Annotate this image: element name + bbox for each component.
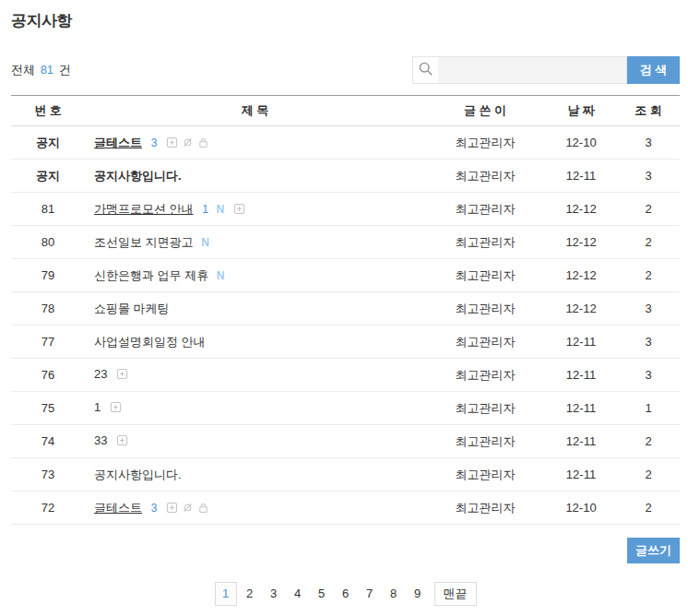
- row-author: 최고관리자: [425, 226, 545, 259]
- post-title-link[interactable]: 1: [94, 400, 101, 414]
- new-badge: N: [217, 203, 225, 216]
- post-title-link[interactable]: 조선일보 지면광고: [94, 235, 194, 249]
- total-count-label: 전체 81 건: [11, 62, 71, 78]
- row-views: 3: [617, 126, 680, 160]
- post-title-link[interactable]: 사업설명회일정 안내: [94, 335, 206, 349]
- page-title: 공지사항: [11, 10, 680, 31]
- row-title-cell: 글테스트 3: [85, 492, 425, 525]
- col-header-date: 날 짜: [545, 96, 617, 126]
- notice-board-page: 공지사항 전체 81 건 검 색 번 호 제 목 글 쓴 이 날 짜 조 회: [0, 0, 688, 606]
- row-title-cell: 조선일보 지면광고 N: [85, 226, 425, 259]
- row-number: 77: [11, 326, 85, 359]
- search-bar: 검 색: [412, 56, 680, 84]
- write-button[interactable]: 글쓰기: [627, 538, 680, 563]
- pagination-page[interactable]: 4: [287, 582, 309, 606]
- row-number: 72: [11, 492, 85, 525]
- post-title-link[interactable]: 글테스트: [94, 501, 142, 515]
- row-title-cell: 23: [85, 359, 425, 392]
- file-attach-icon: [116, 368, 128, 383]
- table-row: 공지 공지사항입니다. 최고관리자 12-11 3: [11, 160, 680, 193]
- post-title-link[interactable]: 쇼핑몰 마케팅: [94, 302, 170, 315]
- magnifier-icon: [418, 61, 433, 80]
- icon-group: [230, 202, 245, 216]
- row-date: 12-11: [545, 326, 617, 359]
- post-title-link[interactable]: 23: [94, 367, 107, 381]
- comment-count: 3: [151, 502, 158, 515]
- icon-group: [113, 433, 128, 447]
- pagination-page[interactable]: 5: [311, 582, 333, 606]
- pagination-last[interactable]: 맨끝: [434, 582, 477, 606]
- total-suffix: 건: [59, 63, 71, 77]
- write-button-row: 글쓰기: [11, 538, 680, 563]
- post-title-link[interactable]: 글테스트: [94, 136, 142, 149]
- row-number: 80: [11, 226, 85, 259]
- board-info-bar: 전체 81 건 검 색: [11, 56, 680, 84]
- row-title-cell: 사업설명회일정 안내: [85, 326, 425, 359]
- pagination-page[interactable]: 3: [263, 582, 285, 606]
- col-header-author: 글 쓴 이: [425, 96, 545, 126]
- pagination-page[interactable]: 7: [359, 582, 381, 606]
- row-date: 12-10: [545, 492, 617, 525]
- icon-group: [106, 400, 122, 414]
- pagination-page-current[interactable]: 1: [215, 582, 237, 606]
- row-date: 12-11: [545, 392, 617, 425]
- icon-group: [162, 136, 209, 149]
- search-input[interactable]: [438, 56, 627, 84]
- pagination: 123456789맨끝: [11, 582, 680, 606]
- post-title-link[interactable]: 33: [94, 433, 107, 447]
- table-row: 80 조선일보 지면광고 N 최고관리자 12-12 2: [11, 226, 680, 259]
- table-row: 78 쇼핑몰 마케팅 최고관리자 12-12 3: [11, 292, 680, 326]
- search-button[interactable]: 검 색: [627, 56, 680, 84]
- row-author: 최고관리자: [425, 458, 545, 492]
- pagination-page[interactable]: 6: [335, 582, 357, 606]
- row-number: 73: [11, 458, 85, 492]
- row-author: 최고관리자: [425, 292, 545, 326]
- pagination-page[interactable]: 2: [239, 582, 261, 606]
- row-number: 74: [11, 425, 85, 458]
- row-number: 75: [11, 392, 85, 425]
- row-author: 최고관리자: [425, 193, 545, 226]
- row-views: 3: [617, 326, 680, 359]
- pagination-page[interactable]: 8: [383, 582, 405, 606]
- post-title-link[interactable]: 가맹프로모션 안내: [94, 202, 194, 216]
- col-header-title: 제 목: [85, 96, 425, 126]
- search-icon-box: [412, 56, 438, 84]
- row-views: 3: [617, 359, 680, 392]
- row-views: 3: [617, 160, 680, 193]
- link-icon: [182, 502, 194, 516]
- row-views: 2: [617, 259, 680, 292]
- row-author: 최고관리자: [425, 326, 545, 359]
- row-number: 공지: [11, 160, 85, 193]
- row-author: 최고관리자: [425, 425, 545, 458]
- row-date: 12-10: [545, 126, 617, 160]
- row-views: 2: [617, 226, 680, 259]
- row-date: 12-11: [545, 160, 617, 193]
- row-author: 최고관리자: [425, 126, 545, 160]
- row-number: 76: [11, 359, 85, 392]
- new-badge: N: [201, 236, 209, 249]
- row-title-cell: 신한은행과 업무 제휴 N: [85, 259, 425, 292]
- row-author: 최고관리자: [425, 160, 545, 193]
- row-title-cell: 공지사항입니다.: [85, 458, 425, 492]
- row-author: 최고관리자: [425, 259, 545, 292]
- file-attach-icon: [166, 136, 178, 151]
- row-number: 공지: [11, 126, 85, 160]
- table-row: 77 사업설명회일정 안내 최고관리자 12-11 3: [11, 326, 680, 359]
- board-table-body: 공지 글테스트 3 최고관리자 12-10 3 공지 공지사항입니다. 최고관리…: [11, 126, 680, 525]
- comment-count: 1: [202, 203, 208, 216]
- table-row: 76 23 최고관리자 12-11 3: [11, 359, 680, 392]
- row-title-cell: 33: [85, 425, 425, 458]
- post-title-link[interactable]: 신한은행과 업무 제휴: [94, 268, 208, 282]
- comment-count: 3: [151, 136, 158, 149]
- row-views: 2: [617, 458, 680, 492]
- table-row: 75 1 최고관리자 12-11 1: [11, 392, 680, 425]
- lock-icon: [197, 502, 209, 516]
- row-title-cell: 글테스트 3: [85, 126, 425, 160]
- post-title-link[interactable]: 공지사항입니다.: [94, 468, 182, 481]
- pagination-page[interactable]: 9: [407, 582, 429, 606]
- icon-group: [162, 501, 209, 515]
- notice-table: 번 호 제 목 글 쓴 이 날 짜 조 회 공지 글테스트 3 최고관리자 12…: [11, 95, 680, 525]
- row-author: 최고관리자: [425, 359, 545, 392]
- row-views: 3: [617, 292, 680, 326]
- post-title-link[interactable]: 공지사항입니다.: [94, 169, 182, 183]
